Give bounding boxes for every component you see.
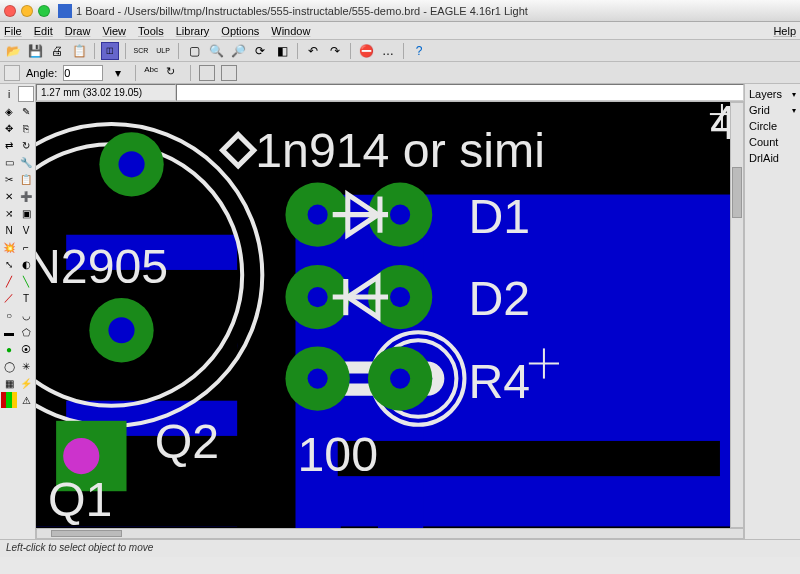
stop-icon[interactable]: ⛔ xyxy=(357,42,375,60)
menu-file[interactable]: File xyxy=(4,25,22,37)
toolbar-main: 📂 💾 🖨 📋 ◫ SCR ULP ▢ 🔍 🔎 ⟳ ◧ ↶ ↷ ⛔ … ? xyxy=(0,40,800,62)
open-icon[interactable]: 📂 xyxy=(4,42,22,60)
scrollbar-vertical[interactable] xyxy=(730,102,744,528)
panel-layers[interactable]: Layers▾ xyxy=(749,88,796,100)
option-a-icon[interactable] xyxy=(199,65,215,81)
redo-icon[interactable]: ↷ xyxy=(326,42,344,60)
zoom-icon[interactable] xyxy=(38,5,50,17)
menu-library[interactable]: Library xyxy=(176,25,210,37)
circle-tool-icon[interactable]: ○ xyxy=(1,307,17,323)
undo-icon[interactable]: ↶ xyxy=(304,42,322,60)
route-tool-icon[interactable]: ╱ xyxy=(1,273,17,289)
arc-tool-icon[interactable]: ◡ xyxy=(18,307,34,323)
svg-point-23 xyxy=(118,151,144,177)
rect-tool-icon[interactable]: ▬ xyxy=(1,324,17,340)
miter-tool-icon[interactable]: ⌐ xyxy=(18,239,34,255)
option-b-icon[interactable] xyxy=(221,65,237,81)
angle-input[interactable] xyxy=(63,65,103,81)
add-tool-icon[interactable]: ➕ xyxy=(18,188,34,204)
go-icon[interactable]: … xyxy=(379,42,397,60)
optimize-tool-icon[interactable]: ◐ xyxy=(18,256,34,272)
rotate-icon[interactable]: ↻ xyxy=(166,65,182,81)
menu-view[interactable]: View xyxy=(102,25,126,37)
menu-options[interactable]: Options xyxy=(221,25,259,37)
copy-tool-icon[interactable]: ⎘ xyxy=(18,120,34,136)
angle-dropdown-icon[interactable]: ▾ xyxy=(109,64,127,82)
command-input[interactable] xyxy=(176,84,744,101)
traffic-lights xyxy=(4,5,50,17)
text-tool-icon[interactable]: T xyxy=(18,290,34,306)
change-tool-icon[interactable]: 🔧 xyxy=(18,154,34,170)
panel-count[interactable]: Count xyxy=(749,136,796,148)
silk-d1: D1 xyxy=(468,189,530,243)
display-tool-icon[interactable]: ◈ xyxy=(1,103,17,119)
zoom-out-icon[interactable]: 🔎 xyxy=(229,42,247,60)
name-tool-icon[interactable]: N xyxy=(1,222,17,238)
rotate-tool-icon[interactable]: ↻ xyxy=(18,137,34,153)
group-tool-icon[interactable]: ▭ xyxy=(1,154,17,170)
ulp-icon[interactable]: ULP xyxy=(154,42,172,60)
errors-tool-icon[interactable]: ⚠ xyxy=(18,392,34,408)
mirror-tool-icon[interactable]: ⇄ xyxy=(1,137,17,153)
move-tool-icon[interactable]: ✥ xyxy=(1,120,17,136)
cut-tool-icon[interactable]: ✂ xyxy=(1,171,17,187)
replace-tool-icon[interactable]: ▣ xyxy=(18,205,34,221)
via-tool-icon[interactable]: ● xyxy=(1,341,17,357)
smash-tool-icon[interactable]: 💥 xyxy=(1,239,17,255)
svg-point-30 xyxy=(390,369,410,389)
svg-point-24 xyxy=(108,317,134,343)
svg-point-27 xyxy=(308,287,328,307)
mark-tool-icon[interactable]: ✎ xyxy=(18,103,34,119)
polygon-tool-icon[interactable]: ⬠ xyxy=(18,324,34,340)
board-icon[interactable]: ◫ xyxy=(101,42,119,60)
ripup-tool-icon[interactable]: ╲ xyxy=(18,273,34,289)
main-area: i ◈✎ ✥⎘ ⇄↻ ▭🔧 ✂📋 ✕➕ ⤨▣ NV 💥⌐ ⤡◐ ╱╲ ／T ○◡… xyxy=(0,84,800,539)
toolbar-options: Angle: ▾ Abc ↻ xyxy=(0,62,800,84)
scrollbar-horizontal[interactable] xyxy=(36,528,744,539)
delete-tool-icon[interactable]: ✕ xyxy=(1,188,17,204)
document-icon xyxy=(58,4,72,18)
scr-icon[interactable]: SCR xyxy=(132,42,150,60)
help-icon[interactable]: ? xyxy=(410,42,428,60)
panel-drlaid[interactable]: DrlAid xyxy=(749,152,796,164)
minimize-icon[interactable] xyxy=(21,5,33,17)
silk-d2: D2 xyxy=(468,271,530,325)
silk-r4: R4 xyxy=(468,354,530,408)
panel-circle[interactable]: Circle xyxy=(749,120,796,132)
split-tool-icon[interactable]: ⤡ xyxy=(1,256,17,272)
zoom-fit-icon[interactable]: ▢ xyxy=(185,42,203,60)
hole-tool-icon[interactable]: ◯ xyxy=(1,358,17,374)
value-tool-icon[interactable]: V xyxy=(18,222,34,238)
board-canvas[interactable]: 1n914 or simi 4 D1 D2 R4 100 Q2 Q1 N2905 xyxy=(36,102,730,528)
menu-edit[interactable]: Edit xyxy=(34,25,53,37)
menu-help[interactable]: Help xyxy=(773,25,796,37)
menu-window[interactable]: Window xyxy=(271,25,310,37)
menu-draw[interactable]: Draw xyxy=(65,25,91,37)
svg-rect-7 xyxy=(338,441,720,476)
save-icon[interactable]: 💾 xyxy=(26,42,44,60)
mirror-icon[interactable]: Abc xyxy=(144,65,160,81)
menu-tools[interactable]: Tools xyxy=(138,25,164,37)
ratsnest-tool-icon[interactable]: ✳ xyxy=(18,358,34,374)
info-tool-icon[interactable]: i xyxy=(1,86,17,102)
zoom-in-icon[interactable]: 🔍 xyxy=(207,42,225,60)
pinswap-tool-icon[interactable]: ⤨ xyxy=(1,205,17,221)
grid-icon[interactable] xyxy=(4,65,20,81)
zoom-sel-icon[interactable]: ◧ xyxy=(273,42,291,60)
status-text: Left-click to select object to move xyxy=(6,542,153,553)
erc-tool-icon[interactable]: ⚡ xyxy=(18,375,34,391)
svg-point-22 xyxy=(63,438,99,474)
svg-point-26 xyxy=(390,205,410,225)
drc-tool-icon[interactable] xyxy=(1,392,17,408)
lookup-input[interactable] xyxy=(18,86,34,102)
close-icon[interactable] xyxy=(4,5,16,17)
silk-n2905: N2905 xyxy=(36,239,168,293)
panel-grid[interactable]: Grid▾ xyxy=(749,104,796,116)
paste-tool-icon[interactable]: 📋 xyxy=(18,171,34,187)
signal-tool-icon[interactable]: ⦿ xyxy=(18,341,34,357)
zoom-redraw-icon[interactable]: ⟳ xyxy=(251,42,269,60)
wire-tool-icon[interactable]: ／ xyxy=(1,290,17,306)
auto-tool-icon[interactable]: ▦ xyxy=(1,375,17,391)
cam-icon[interactable]: 📋 xyxy=(70,42,88,60)
print-icon[interactable]: 🖨 xyxy=(48,42,66,60)
